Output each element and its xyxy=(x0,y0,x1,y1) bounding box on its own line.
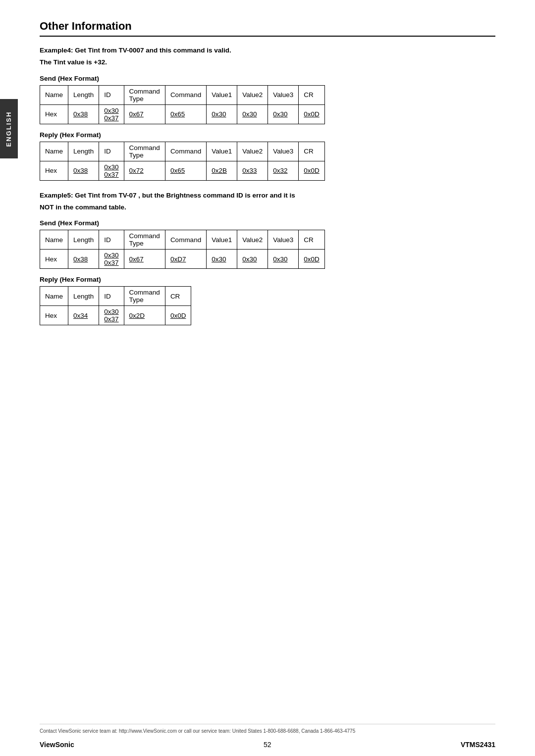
table-header: Name xyxy=(40,230,68,250)
table-cell: 0x38 xyxy=(68,104,99,124)
footer-bottom: ViewSonic 52 VTMS2431 xyxy=(40,741,495,749)
example5-reply-heading: Reply (Hex Format) xyxy=(40,276,495,283)
table-cell: 0x67 xyxy=(124,250,165,269)
table-cell: Hex xyxy=(40,104,68,124)
table-header: ID xyxy=(99,230,124,250)
table-header: Length xyxy=(68,230,99,250)
table-cell: 0x0D xyxy=(165,306,191,325)
table-header: CommandType xyxy=(124,85,165,104)
table-cell: 0x300x37 xyxy=(99,161,124,180)
table-cell: 0xD7 xyxy=(165,250,206,269)
table-cell: 0x72 xyxy=(124,161,165,180)
table-header: Command xyxy=(165,142,206,161)
table-cell: 0x0D xyxy=(299,104,325,124)
table-header: CR xyxy=(165,287,191,306)
table-header: Length xyxy=(68,85,99,104)
table-header: ID xyxy=(99,85,124,104)
table-header: Name xyxy=(40,85,68,104)
table-header: CommandType xyxy=(124,287,165,306)
table-header: Value1 xyxy=(207,230,237,250)
table-cell: 0x2D xyxy=(124,306,165,325)
table-header: ID xyxy=(99,142,124,161)
example5-send-table: Name Length ID CommandType Command Value… xyxy=(40,230,325,269)
table-cell: 0x38 xyxy=(68,161,99,180)
page-title: Other Information xyxy=(40,20,495,37)
table-header: Value2 xyxy=(237,230,268,250)
example4-send-table: Name Length ID CommandType Command Value… xyxy=(40,85,325,124)
table-cell: 0x30 xyxy=(268,250,299,269)
table-cell: Hex xyxy=(40,161,68,180)
table-header: CommandType xyxy=(124,142,165,161)
table-header: Value3 xyxy=(268,142,299,161)
table-header: CR xyxy=(299,85,325,104)
table-cell: 0x33 xyxy=(237,161,268,180)
example5-section: Example5: Get Tint from TV-07 , but the … xyxy=(40,191,495,326)
page-container: ENGLISH Other Information Example4: Get … xyxy=(0,0,535,756)
table-cell: 0x2B xyxy=(207,161,237,180)
table-header: Command xyxy=(165,230,206,250)
table-cell: 0x34 xyxy=(68,306,99,325)
table-header: Value1 xyxy=(207,142,237,161)
footer-brand: ViewSonic xyxy=(40,741,74,749)
table-cell: 0x32 xyxy=(268,161,299,180)
table-cell: 0x65 xyxy=(165,104,206,124)
table-header: Value3 xyxy=(268,85,299,104)
table-cell: 0x30 xyxy=(207,104,237,124)
example4-heading2: The Tint value is +32. xyxy=(40,57,495,67)
example4-heading1: Example4: Get Tint from TV-0007 and this… xyxy=(40,46,495,55)
table-header: Name xyxy=(40,142,68,161)
example4-reply-heading: Reply (Hex Format) xyxy=(40,131,495,139)
table-cell: 0x30 xyxy=(207,250,237,269)
table-cell: 0x30 xyxy=(237,104,268,124)
table-cell: 0x30 xyxy=(237,250,268,269)
table-cell: 0x0D xyxy=(299,250,325,269)
example5-send-heading: Send (Hex Format) xyxy=(40,219,495,227)
table-header: Length xyxy=(68,142,99,161)
table-header: Value2 xyxy=(237,85,268,104)
table-header: Command xyxy=(165,85,206,104)
table-header: ID xyxy=(99,287,124,306)
table-cell: Hex xyxy=(40,250,68,269)
table-cell: 0x38 xyxy=(68,250,99,269)
example5-heading2: NOT in the command table. xyxy=(40,202,495,212)
sidebar: ENGLISH xyxy=(0,99,18,158)
example4-section: Example4: Get Tint from TV-0007 and this… xyxy=(40,46,495,181)
table-header: Length xyxy=(68,287,99,306)
example4-reply-table: Name Length ID CommandType Command Value… xyxy=(40,142,325,181)
table-header: CommandType xyxy=(124,230,165,250)
sidebar-label: ENGLISH xyxy=(5,111,13,147)
table-header: CR xyxy=(299,142,325,161)
table-header: Value1 xyxy=(207,85,237,104)
table-cell: 0x0D xyxy=(299,161,325,180)
example5-reply-table: Name Length ID CommandType CR Hex 0x34 0… xyxy=(40,286,191,325)
table-cell: 0x300x37 xyxy=(99,306,124,325)
table-cell: Hex xyxy=(40,306,68,325)
footer-contact: Contact ViewSonic service team at: http:… xyxy=(40,724,495,734)
table-header: CR xyxy=(299,230,325,250)
table-header: Value3 xyxy=(268,230,299,250)
footer-model: VTMS2431 xyxy=(461,741,495,749)
example5-heading1: Example5: Get Tint from TV-07 , but the … xyxy=(40,191,495,201)
table-cell: 0x65 xyxy=(165,161,206,180)
table-header: Name xyxy=(40,287,68,306)
example4-send-heading: Send (Hex Format) xyxy=(40,75,495,82)
table-cell: 0x67 xyxy=(124,104,165,124)
table-header: Value2 xyxy=(237,142,268,161)
table-cell: 0x30 xyxy=(268,104,299,124)
table-cell: 0x300x37 xyxy=(99,104,124,124)
footer-page: 52 xyxy=(264,741,271,749)
table-cell: 0x300x37 xyxy=(99,250,124,269)
footer-contact-text: Contact ViewSonic service team at: http:… xyxy=(40,728,355,734)
